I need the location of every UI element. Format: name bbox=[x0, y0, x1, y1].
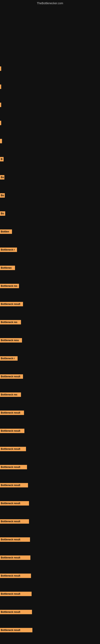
bottleneck-bar: Bottleneck result bbox=[0, 592, 32, 596]
bottleneck-bar: Bottleneck result bbox=[0, 410, 24, 415]
bottleneck-bar: Bottlenec bbox=[0, 266, 15, 270]
bottleneck-bar: Bottleneck result bbox=[0, 501, 29, 506]
bottleneck-bar: Bottleneck resu bbox=[0, 338, 22, 342]
bottleneck-bar bbox=[0, 103, 1, 107]
bottleneck-bar: Bottleneck result bbox=[0, 302, 23, 306]
bottleneck-bar: Bottleneck result bbox=[0, 537, 30, 542]
bottleneck-bar: Bottleneck result bbox=[0, 628, 32, 632]
bottleneck-bar: Bottleneck result bbox=[0, 574, 31, 578]
bottleneck-bar: Bo bbox=[0, 211, 5, 216]
bottleneck-bar: Bottleneck res bbox=[0, 392, 21, 397]
bottleneck-bar: Bottleneck result bbox=[0, 556, 30, 560]
bottleneck-bar bbox=[0, 84, 1, 89]
bottleneck-bar: Bo bbox=[0, 175, 4, 180]
bottleneck-bar bbox=[0, 139, 2, 143]
bottleneck-bar: Bottleneck r bbox=[0, 356, 18, 361]
bottleneck-bar: Bottleneck res bbox=[0, 284, 19, 288]
bottleneck-bar: Bottleneck res bbox=[0, 320, 21, 324]
site-title: TheBottlenecker.com bbox=[37, 2, 63, 5]
bottleneck-bar: Bottleneck result bbox=[0, 519, 29, 524]
bottleneck-bar: Bottleneck result bbox=[0, 465, 27, 469]
bottleneck-bar: Bottlen bbox=[0, 230, 12, 234]
bottleneck-bar bbox=[0, 121, 1, 125]
bottleneck-bar: B bbox=[0, 157, 3, 162]
bottleneck-bar: Bo bbox=[0, 193, 5, 198]
bottleneck-bar: Bottleneck result bbox=[0, 429, 24, 433]
bottleneck-bar: Bottleneck result bbox=[0, 483, 28, 488]
bottleneck-bar: Bottleneck result bbox=[0, 374, 23, 379]
bottleneck-bar: Bottleneck r bbox=[0, 248, 17, 252]
bottleneck-bar bbox=[0, 66, 1, 71]
bottleneck-bar: Bottleneck result bbox=[0, 447, 26, 451]
bottleneck-bar: Bottleneck result bbox=[0, 610, 32, 614]
